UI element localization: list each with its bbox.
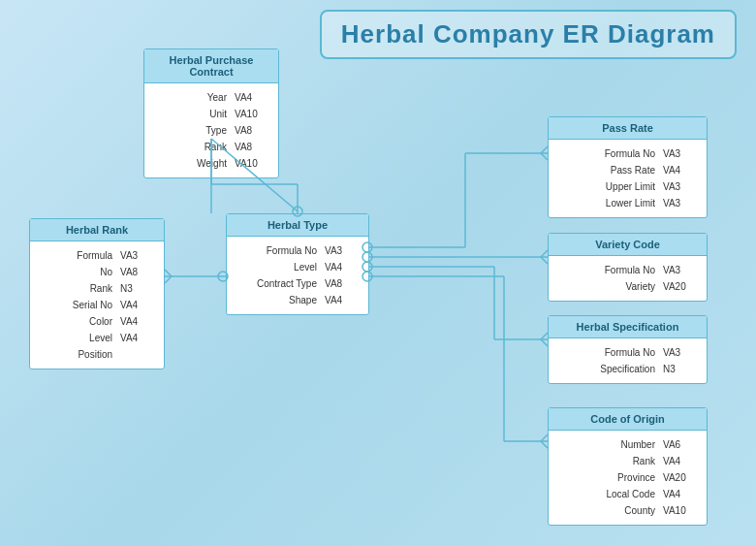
code-of-origin-values: VA6VA4VA20VA4VA10 — [663, 436, 697, 519]
herbal-type-fields: Formula NoLevelContract TypeShape — [236, 242, 317, 308]
page-title: Herbal Company ER Diagram — [341, 19, 715, 48]
herbal-purchase-contract-values: VA4VA10VA8VA8VA10 — [235, 89, 268, 172]
svg-line-31 — [541, 434, 548, 441]
title-box: Herbal Company ER Diagram — [320, 10, 737, 59]
svg-line-25 — [541, 333, 548, 339]
herbal-type-values: VA3VA4VA8VA4 — [325, 242, 359, 308]
herbal-rank-box: Herbal Rank FormulaNoRankSerial NoColorL… — [29, 218, 165, 369]
svg-line-14 — [541, 146, 548, 153]
variety-code-box: Variety Code Formula NoVariety VA3VA20 — [548, 233, 708, 302]
pass-rate-fields: Formula NoPass RateUpper LimitLower Limi… — [558, 145, 655, 211]
herbal-rank-fields: FormulaNoRankSerial NoColorLevelPosition — [40, 247, 112, 363]
svg-line-26 — [541, 339, 548, 346]
svg-line-8 — [165, 276, 172, 283]
herbal-purchase-contract-box: Herbal Purchase Contract YearUnitTypeRan… — [143, 48, 279, 178]
pass-rate-box: Pass Rate Formula NoPass RateUpper Limit… — [548, 116, 708, 218]
herbal-rank-header: Herbal Rank — [30, 219, 164, 241]
herbal-specification-values: VA3N3 — [663, 344, 697, 377]
pass-rate-header: Pass Rate — [549, 117, 707, 140]
code-of-origin-header: Code of Origin — [549, 408, 707, 431]
variety-code-header: Variety Code — [549, 234, 707, 256]
herbal-specification-header: Herbal Specification — [549, 316, 707, 338]
herbal-purchase-contract-header: Herbal Purchase Contract — [144, 49, 278, 83]
code-of-origin-box: Code of Origin NumberRankProvinceLocal C… — [548, 407, 708, 526]
pass-rate-values: VA3VA4VA3VA3 — [663, 145, 697, 211]
svg-line-19 — [541, 250, 548, 257]
herbal-specification-fields: Formula NoSpecification — [558, 344, 655, 377]
herbal-rank-values: VA3VA8N3VA4VA4VA4 — [120, 247, 154, 363]
svg-line-32 — [541, 441, 548, 448]
variety-code-fields: Formula NoVariety — [558, 262, 655, 295]
variety-code-values: VA3VA20 — [663, 262, 697, 295]
herbal-specification-box: Herbal Specification Formula NoSpecifica… — [548, 315, 708, 384]
herbal-purchase-contract-fields: YearUnitTypeRankWeight — [154, 89, 227, 172]
svg-line-20 — [541, 257, 548, 264]
svg-line-7 — [165, 270, 172, 276]
herbal-type-header: Herbal Type — [227, 214, 368, 237]
code-of-origin-fields: NumberRankProvinceLocal CodeCounty — [558, 436, 655, 519]
svg-line-15 — [541, 153, 548, 160]
herbal-type-box: Herbal Type Formula NoLevelContract Type… — [226, 213, 369, 315]
